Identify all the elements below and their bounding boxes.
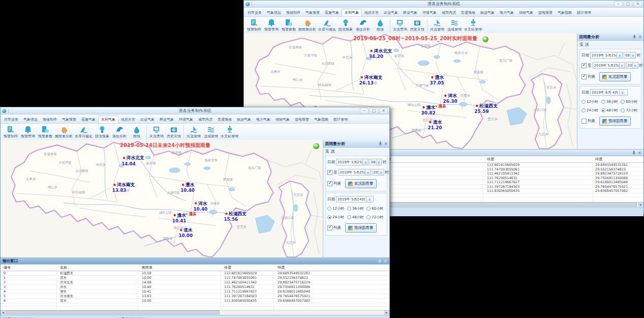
- live-list-checkbox[interactable]: ✔: [581, 74, 587, 79]
- table-row[interactable]: 4澹水10.41111.71121966762729.6188012485048: [1, 290, 389, 294]
- tab-城市内涝[interactable]: 城市内涝: [439, 9, 458, 16]
- radio-12小时[interactable]: 12小时: [327, 206, 346, 211]
- forecast-list-checkbox[interactable]: [581, 119, 587, 124]
- toolbar-预警查询[interactable]: 预警查询: [19, 126, 37, 139]
- close-icon[interactable]: ×: [383, 259, 387, 263]
- close-icon[interactable]: ×: [638, 35, 642, 39]
- toolbar-雨情[interactable]: 雨情: [372, 19, 389, 32]
- table-row[interactable]: 6道水10.00111.83056505043529.6566457057082: [1, 299, 389, 303]
- close-button[interactable]: ×: [379, 108, 388, 114]
- to-checkbox[interactable]: ✔: [327, 170, 332, 175]
- tab-林业气象[interactable]: 林业气象: [157, 116, 176, 123]
- toolbar-灾点查询[interactable]: 灾点查询: [148, 126, 165, 139]
- map-area[interactable]: 2019-05-24日未来24小时预报面雨量 + 甘溪滩镇方石坪镇太青乡火连坡镇…: [1, 140, 324, 257]
- tab-交通预报[interactable]: 交通预报: [215, 116, 234, 123]
- live-date-from-combo[interactable]: 2019年 5月25日∨: [336, 159, 369, 165]
- toolbar-预警参数[interactable]: 预警参数: [280, 19, 297, 32]
- tab-雷电预警[interactable]: 雷电预警: [536, 9, 555, 16]
- radio-60小时[interactable]: 60小时: [621, 99, 639, 104]
- toolbar-面雨量分析[interactable]: 面雨量分析: [297, 19, 317, 32]
- tab-环境气象[interactable]: 环境气象: [176, 116, 196, 123]
- dock-header[interactable]: 输出窗口 ×: [1, 258, 389, 265]
- tab-林业气象[interactable]: 林业气象: [401, 9, 420, 16]
- toolbar-雨情[interactable]: 雨情: [128, 126, 145, 139]
- live-hour-from-combo[interactable]: 08∨: [624, 52, 636, 59]
- locate-button[interactable]: +: [313, 143, 319, 149]
- table-row[interactable]: 2涔水北支14.08111.46210541134229.88234757162…: [1, 280, 389, 285]
- live-date-to-combo[interactable]: 2019年 5月25日∨: [339, 169, 371, 176]
- scroll-right-icon[interactable]: ▶: [384, 310, 389, 314]
- toolbar-河流管理[interactable]: 河流管理: [428, 19, 446, 32]
- horizontal-scrollbar[interactable]: ◀ ▶: [1, 310, 389, 315]
- tab-交通预报[interactable]: 交通预报: [458, 9, 478, 16]
- toolbar-流域管理[interactable]: 流域管理: [446, 19, 463, 32]
- toolbar-河流管理[interactable]: 河流管理: [185, 126, 202, 139]
- radio-24小时[interactable]: 24小时: [581, 108, 600, 113]
- live-date-to-combo[interactable]: 2019年 5月25日∨: [593, 62, 625, 69]
- tab-农业气象[interactable]: 农业气象: [381, 9, 401, 16]
- radio-60小时[interactable]: 60小时: [366, 206, 385, 211]
- minimize-button[interactable]: –: [614, 1, 623, 7]
- tab-环境气象[interactable]: 环境气象: [420, 9, 439, 16]
- toolbar-历史灾情[interactable]: 历史灾情: [409, 19, 426, 32]
- tab-保险气象[interactable]: 保险气象: [516, 9, 536, 16]
- title-bar[interactable]: 澧县业务制作系统 – □ ×: [1, 107, 389, 114]
- close-icon[interactable]: ×: [637, 151, 641, 155]
- scroll-right-icon[interactable]: ▶: [638, 203, 643, 207]
- radio-36小时[interactable]: 36小时: [347, 206, 366, 211]
- pin-icon[interactable]: [632, 35, 636, 39]
- radio-72小时[interactable]: 72小时: [621, 108, 639, 113]
- tab-气象信息[interactable]: 气象信息: [264, 9, 284, 16]
- pin-icon[interactable]: [378, 141, 382, 146]
- tab-气象预警[interactable]: 气象预警: [303, 9, 322, 16]
- tab-应急气象[interactable]: 应急气象: [79, 116, 98, 123]
- tab-预报制作[interactable]: 预报制作: [40, 116, 59, 123]
- toolbar-历史灾情[interactable]: 历史灾情: [165, 126, 182, 139]
- live-list-checkbox[interactable]: ✔: [327, 181, 332, 186]
- radio-72小时[interactable]: 72小时: [366, 215, 385, 220]
- pin-icon[interactable]: [378, 259, 382, 264]
- to-checkbox[interactable]: ✔: [581, 63, 587, 68]
- live-rainfall-button[interactable]: 实况面雨量: [599, 72, 631, 81]
- tab-地质灾害[interactable]: 地质灾害: [118, 116, 138, 123]
- forecast-date-combo[interactable]: 2019年 6月 4日∨: [590, 89, 628, 96]
- toolbar-水文站管理[interactable]: 水文站管理: [463, 19, 483, 32]
- toolbar-水库可视化[interactable]: 水库可视化: [317, 19, 337, 32]
- toolbar-水文站管理[interactable]: 水文站管理: [220, 126, 239, 139]
- tab-气象信息[interactable]: 气象信息: [21, 116, 40, 123]
- scroll-left-icon[interactable]: ◀: [1, 310, 6, 314]
- minimize-button[interactable]: –: [360, 108, 369, 114]
- live-hour-to-combo[interactable]: 20∨: [372, 169, 384, 176]
- toolbar-流域管理[interactable]: 流域管理: [202, 126, 220, 139]
- close-button[interactable]: ×: [633, 1, 642, 7]
- toolbar-预警制作[interactable]: 预警制作: [2, 126, 19, 139]
- tab-应急气象[interactable]: 应急气象: [322, 9, 342, 16]
- forecast-date-combo[interactable]: 2019年 5月24日∨: [336, 196, 374, 203]
- toolbar-预警制作[interactable]: 预警制作: [246, 19, 263, 32]
- forecast-rainfall-button[interactable]: 预报面雨量: [345, 223, 377, 233]
- tab-旅游气象[interactable]: 旅游气象: [234, 116, 254, 123]
- tab-水利气象[interactable]: 水利气象: [98, 115, 118, 123]
- radio-36小时[interactable]: 36小时: [601, 99, 620, 104]
- forecast-list-checkbox[interactable]: ✔: [327, 225, 332, 230]
- toolbar-面雨量分析[interactable]: 面雨量分析: [54, 126, 74, 139]
- tab-旅游气象[interactable]: 旅游气象: [478, 9, 497, 16]
- tab-电力气象[interactable]: 电力气象: [497, 9, 516, 16]
- toolbar-灾点查询[interactable]: 灾点查询: [391, 19, 409, 32]
- live-hour-from-combo[interactable]: 08∨: [370, 159, 382, 165]
- table-row[interactable]: 0松滋西支15.58112.60161560502929.68935495322…: [1, 271, 389, 276]
- panel-header[interactable]: 面雨量分析×: [577, 33, 643, 41]
- tab-统计管理[interactable]: 统计管理: [574, 9, 594, 16]
- toolbar-落区分析[interactable]: 落区分析: [354, 19, 372, 32]
- live-rainfall-button[interactable]: 实况面雨量: [345, 179, 377, 188]
- tab-水利气象[interactable]: 水利气象: [342, 9, 362, 16]
- maximize-button[interactable]: □: [624, 1, 632, 7]
- toolbar-预警参数[interactable]: 预警参数: [37, 126, 54, 139]
- radio-24小时[interactable]: 24小时: [327, 215, 346, 220]
- table-row[interactable]: 3涔水10.40111.7620051463129.7556811350086: [1, 285, 389, 290]
- toolbar-水库可视化[interactable]: 水库可视化: [74, 126, 94, 139]
- tab-日常业务[interactable]: 日常业务: [2, 116, 21, 123]
- toolbar-落区分析[interactable]: 落区分析: [111, 126, 128, 139]
- tab-统计管理[interactable]: 统计管理: [331, 116, 350, 123]
- radio-12小时[interactable]: 12小时: [581, 99, 600, 104]
